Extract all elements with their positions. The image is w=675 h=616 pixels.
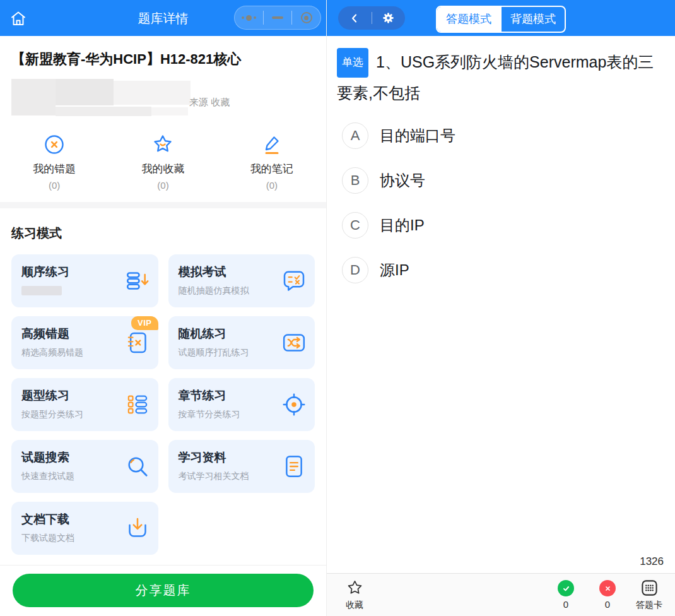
card-document-download[interactable]: 文档下载 下载试题文档 bbox=[11, 502, 158, 555]
gear-icon[interactable] bbox=[372, 6, 406, 30]
card-subtitle: 按题型分类练习 bbox=[21, 409, 120, 420]
vip-badge: VIP bbox=[131, 316, 158, 330]
option-letter: D bbox=[342, 257, 368, 283]
card-study-material[interactable]: 学习资料 考试学习相关文档 bbox=[168, 440, 315, 493]
option-letter: A bbox=[342, 122, 368, 149]
option-text: 协议号 bbox=[380, 170, 425, 191]
redacted-block bbox=[56, 79, 114, 105]
option-text: 目的IP bbox=[380, 215, 425, 235]
nav-pill bbox=[338, 6, 405, 30]
question-bottom-bar: 收藏 0 0 bbox=[327, 573, 675, 616]
stat-my-favorites[interactable]: 我的收藏 (0) bbox=[109, 133, 217, 191]
card-mock-exam[interactable]: 模拟考试 随机抽题仿真模拟 bbox=[168, 254, 315, 307]
bank-info-redacted: 来源 收藏 bbox=[11, 79, 315, 118]
wrong-counter[interactable]: 0 bbox=[587, 580, 628, 610]
card-subtitle: 快速查找试题 bbox=[21, 471, 120, 482]
card-title: 学习资料 bbox=[179, 449, 278, 466]
app: 题库详情 【新盟教育-华为HCIP】H12-821核心 bbox=[0, 0, 675, 616]
wrong-count: 0 bbox=[605, 599, 610, 610]
card-chapter-practice[interactable]: 章节练习 按章节分类练习 bbox=[168, 378, 315, 431]
check-circle-icon bbox=[558, 580, 574, 596]
exam-bubble-icon bbox=[281, 268, 307, 293]
card-subtitle: 试题顺序打乱练习 bbox=[179, 347, 278, 358]
source-favorite-meta: 来源 收藏 bbox=[189, 97, 230, 109]
redacted-block bbox=[56, 107, 151, 116]
correct-count: 0 bbox=[563, 599, 568, 610]
card-title: 模拟考试 bbox=[179, 264, 278, 280]
options-list: A 目的端口号 B 协议号 C 目的IP D 源IP bbox=[337, 122, 665, 302]
answer-card-label: 答题卡 bbox=[636, 600, 662, 611]
option-letter: B bbox=[342, 167, 368, 194]
option-text: 源IP bbox=[380, 260, 409, 280]
x-circle-icon bbox=[599, 580, 616, 596]
redacted-block bbox=[11, 79, 56, 116]
star-icon bbox=[346, 579, 363, 596]
pencil-icon bbox=[261, 133, 283, 156]
practice-mode-title: 练习模式 bbox=[11, 225, 315, 242]
notebook-x-icon bbox=[125, 330, 150, 355]
miniprogram-capsule bbox=[234, 6, 321, 30]
card-sequence-practice[interactable]: 顺序练习 bbox=[11, 254, 158, 307]
stat-count: (0) bbox=[266, 180, 278, 191]
card-frequent-mistakes[interactable]: VIP 高频错题 精选高频易错题 bbox=[11, 316, 158, 369]
my-stats-row: 我的错题 (0) 我的收藏 (0) 我的笔记 bbox=[0, 133, 326, 191]
bank-title: 【新盟教育-华为HCIP】H12-821核心 bbox=[11, 50, 315, 69]
card-title: 文档下载 bbox=[21, 511, 120, 528]
stat-label: 我的错题 bbox=[33, 162, 76, 176]
card-title: 章节练习 bbox=[179, 388, 278, 404]
stat-my-notes[interactable]: 我的笔记 (0) bbox=[218, 133, 326, 191]
option-a[interactable]: A 目的端口号 bbox=[337, 122, 665, 149]
answer-card-icon bbox=[641, 579, 658, 596]
share-bank-button[interactable]: 分享题库 bbox=[13, 574, 314, 607]
card-subtitle: 考试学习相关文档 bbox=[179, 471, 278, 482]
option-c[interactable]: C 目的IP bbox=[337, 212, 665, 239]
option-d[interactable]: D 源IP bbox=[337, 257, 665, 283]
target-icon bbox=[281, 392, 307, 417]
close-circle-icon[interactable] bbox=[292, 6, 320, 29]
back-icon[interactable] bbox=[338, 6, 372, 30]
option-text: 目的端口号 bbox=[380, 126, 455, 146]
question-block: 单选1、USG系列防火墙的Servermap表的三要素,不包括 bbox=[337, 49, 665, 106]
redacted-block bbox=[21, 286, 62, 295]
section-divider bbox=[0, 202, 326, 208]
card-subtitle: 精选高频易错题 bbox=[21, 347, 120, 358]
card-title: 顺序练习 bbox=[21, 264, 120, 280]
card-title: 随机练习 bbox=[179, 326, 278, 342]
left-header: 题库详情 bbox=[0, 0, 326, 36]
card-subtitle: 按章节分类练习 bbox=[179, 409, 278, 420]
stat-my-wrong[interactable]: 我的错题 (0) bbox=[0, 133, 109, 191]
card-subtitle: 下载试题文档 bbox=[21, 533, 120, 544]
star-smile-icon bbox=[151, 133, 174, 156]
answer-card-button[interactable]: 答题卡 bbox=[628, 579, 670, 611]
bank-detail-screen: 题库详情 【新盟教育-华为HCIP】H12-821核心 bbox=[0, 0, 326, 616]
document-icon bbox=[281, 454, 307, 479]
list-types-icon bbox=[125, 392, 150, 417]
favorite-label: 收藏 bbox=[346, 600, 363, 611]
card-random-practice[interactable]: 随机练习 试题顺序打乱练习 bbox=[168, 316, 315, 369]
question-total-count: 1326 bbox=[337, 555, 665, 573]
card-subtitle: 随机抽题仿真模拟 bbox=[179, 285, 278, 297]
question-body: 单选1、USG系列防火墙的Servermap表的三要素,不包括 A 目的端口号 … bbox=[327, 36, 675, 573]
redacted-block bbox=[151, 107, 188, 116]
favorite-button[interactable]: 收藏 bbox=[346, 579, 363, 611]
redacted-block bbox=[114, 81, 191, 105]
stat-label: 我的笔记 bbox=[250, 162, 293, 176]
mode-toggle: 答题模式 背题模式 bbox=[436, 6, 566, 33]
card-title: 题型练习 bbox=[21, 388, 120, 404]
more-icon[interactable] bbox=[235, 6, 263, 29]
wrong-circle-icon bbox=[43, 133, 66, 156]
stat-count: (0) bbox=[49, 180, 60, 191]
correct-counter[interactable]: 0 bbox=[545, 580, 587, 610]
left-footer: 分享题库 bbox=[0, 565, 326, 616]
practice-mode-grid: 顺序练习 模拟考试 随机抽题仿真模拟 bbox=[11, 254, 315, 555]
question-text: 1、USG系列防火墙的Servermap表的三要素,不包括 bbox=[337, 53, 654, 102]
search-icon bbox=[125, 454, 150, 479]
card-type-practice[interactable]: 题型练习 按题型分类练习 bbox=[11, 378, 158, 431]
minimize-icon[interactable] bbox=[264, 6, 292, 29]
option-b[interactable]: B 协议号 bbox=[337, 167, 665, 194]
tab-answer-mode[interactable]: 答题模式 bbox=[437, 7, 500, 32]
card-title: 高频错题 bbox=[21, 326, 120, 342]
tab-recite-mode[interactable]: 背题模式 bbox=[500, 7, 565, 32]
stat-count: (0) bbox=[157, 180, 168, 191]
card-question-search[interactable]: 试题搜索 快速查找试题 bbox=[11, 440, 158, 493]
